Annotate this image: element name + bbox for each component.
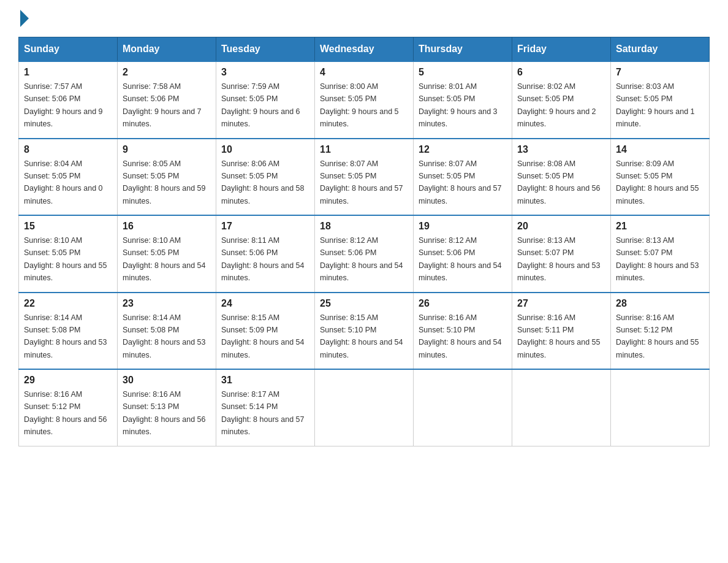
calendar-cell: 5 Sunrise: 8:01 AMSunset: 5:05 PMDayligh… [414,61,512,139]
calendar-cell: 25 Sunrise: 8:15 AMSunset: 5:10 PMDaylig… [315,293,414,370]
day-number: 29 [24,375,112,386]
day-of-week-header: Thursday [414,37,512,62]
day-info: Sunrise: 8:10 AMSunset: 5:05 PMDaylight:… [24,236,107,282]
day-number: 7 [616,67,704,78]
page-header [18,12,710,25]
calendar-cell: 11 Sunrise: 8:07 AMSunset: 5:05 PMDaylig… [315,139,414,216]
calendar-cell: 15 Sunrise: 8:10 AMSunset: 5:05 PMDaylig… [19,215,118,293]
day-info: Sunrise: 8:06 AMSunset: 5:05 PMDaylight:… [221,159,305,205]
calendar-week-row: 22 Sunrise: 8:14 AMSunset: 5:08 PMDaylig… [19,293,710,370]
calendar-cell: 21 Sunrise: 8:13 AMSunset: 5:07 PMDaylig… [611,215,710,293]
calendar-cell: 26 Sunrise: 8:16 AMSunset: 5:10 PMDaylig… [414,293,512,370]
day-info: Sunrise: 8:16 AMSunset: 5:10 PMDaylight:… [419,313,502,359]
day-info: Sunrise: 8:15 AMSunset: 5:10 PMDaylight:… [320,313,403,359]
day-number: 27 [517,298,605,309]
day-info: Sunrise: 8:13 AMSunset: 5:07 PMDaylight:… [517,236,601,282]
calendar-cell: 3 Sunrise: 7:59 AMSunset: 5:05 PMDayligh… [216,61,315,139]
calendar-cell: 10 Sunrise: 8:06 AMSunset: 5:05 PMDaylig… [216,139,315,216]
day-info: Sunrise: 8:04 AMSunset: 5:05 PMDaylight:… [24,159,103,205]
day-info: Sunrise: 7:57 AMSunset: 5:06 PMDaylight:… [24,82,103,128]
calendar-cell [512,369,611,446]
day-of-week-header: Wednesday [315,37,414,62]
day-info: Sunrise: 8:15 AMSunset: 5:09 PMDaylight:… [221,313,305,359]
day-number: 20 [517,221,605,232]
calendar-cell: 19 Sunrise: 8:12 AMSunset: 5:06 PMDaylig… [414,215,512,293]
day-info: Sunrise: 8:01 AMSunset: 5:05 PMDaylight:… [419,82,498,128]
day-number: 13 [517,144,605,155]
day-number: 30 [123,375,211,386]
calendar-cell: 7 Sunrise: 8:03 AMSunset: 5:05 PMDayligh… [611,61,710,139]
day-info: Sunrise: 8:09 AMSunset: 5:05 PMDaylight:… [616,159,699,205]
calendar-cell: 30 Sunrise: 8:16 AMSunset: 5:13 PMDaylig… [118,369,216,446]
calendar-cell [414,369,512,446]
logo-arrow-icon [20,10,29,27]
calendar-cell: 4 Sunrise: 8:00 AMSunset: 5:05 PMDayligh… [315,61,414,139]
day-info: Sunrise: 8:14 AMSunset: 5:08 PMDaylight:… [24,313,107,359]
calendar-table: SundayMondayTuesdayWednesdayThursdayFrid… [18,37,710,446]
day-number: 22 [24,298,112,309]
day-info: Sunrise: 7:59 AMSunset: 5:05 PMDaylight:… [221,82,300,128]
day-number: 2 [123,67,211,78]
day-number: 28 [616,298,704,309]
day-of-week-header: Saturday [611,37,710,62]
day-info: Sunrise: 8:10 AMSunset: 5:05 PMDaylight:… [123,236,206,282]
calendar-cell: 12 Sunrise: 8:07 AMSunset: 5:05 PMDaylig… [414,139,512,216]
day-info: Sunrise: 8:16 AMSunset: 5:11 PMDaylight:… [517,313,601,359]
calendar-cell: 29 Sunrise: 8:16 AMSunset: 5:12 PMDaylig… [19,369,118,446]
day-number: 24 [221,298,309,309]
calendar-cell: 27 Sunrise: 8:16 AMSunset: 5:11 PMDaylig… [512,293,611,370]
calendar-week-row: 8 Sunrise: 8:04 AMSunset: 5:05 PMDayligh… [19,139,710,216]
day-info: Sunrise: 8:17 AMSunset: 5:14 PMDaylight:… [221,390,305,436]
calendar-cell: 6 Sunrise: 8:02 AMSunset: 5:05 PMDayligh… [512,61,611,139]
day-info: Sunrise: 8:11 AMSunset: 5:06 PMDaylight:… [221,236,305,282]
day-of-week-header: Tuesday [216,37,315,62]
day-number: 26 [419,298,507,309]
day-of-week-header: Friday [512,37,611,62]
day-info: Sunrise: 7:58 AMSunset: 5:06 PMDaylight:… [123,82,202,128]
day-number: 19 [419,221,507,232]
calendar-cell [611,369,710,446]
day-info: Sunrise: 8:02 AMSunset: 5:05 PMDaylight:… [517,82,596,128]
calendar-cell: 17 Sunrise: 8:11 AMSunset: 5:06 PMDaylig… [216,215,315,293]
day-number: 11 [320,144,408,155]
day-of-week-header: Sunday [19,37,118,62]
day-number: 25 [320,298,408,309]
day-info: Sunrise: 8:07 AMSunset: 5:05 PMDaylight:… [320,159,403,205]
day-info: Sunrise: 8:12 AMSunset: 5:06 PMDaylight:… [419,236,502,282]
calendar-header-row: SundayMondayTuesdayWednesdayThursdayFrid… [19,37,710,62]
day-info: Sunrise: 8:16 AMSunset: 5:12 PMDaylight:… [616,313,699,359]
logo [18,12,29,25]
calendar-cell: 2 Sunrise: 7:58 AMSunset: 5:06 PMDayligh… [118,61,216,139]
day-number: 17 [221,221,309,232]
calendar-cell: 9 Sunrise: 8:05 AMSunset: 5:05 PMDayligh… [118,139,216,216]
calendar-cell: 23 Sunrise: 8:14 AMSunset: 5:08 PMDaylig… [118,293,216,370]
calendar-cell: 16 Sunrise: 8:10 AMSunset: 5:05 PMDaylig… [118,215,216,293]
day-info: Sunrise: 8:07 AMSunset: 5:05 PMDaylight:… [419,159,502,205]
day-info: Sunrise: 8:16 AMSunset: 5:12 PMDaylight:… [24,390,107,436]
calendar-cell: 28 Sunrise: 8:16 AMSunset: 5:12 PMDaylig… [611,293,710,370]
day-number: 10 [221,144,309,155]
calendar-cell: 24 Sunrise: 8:15 AMSunset: 5:09 PMDaylig… [216,293,315,370]
day-info: Sunrise: 8:03 AMSunset: 5:05 PMDaylight:… [616,82,695,128]
day-number: 5 [419,67,507,78]
day-number: 4 [320,67,408,78]
calendar-cell: 13 Sunrise: 8:08 AMSunset: 5:05 PMDaylig… [512,139,611,216]
calendar-cell: 14 Sunrise: 8:09 AMSunset: 5:05 PMDaylig… [611,139,710,216]
day-number: 6 [517,67,605,78]
day-number: 31 [221,375,309,386]
day-number: 16 [123,221,211,232]
calendar-cell: 1 Sunrise: 7:57 AMSunset: 5:06 PMDayligh… [19,61,118,139]
calendar-week-row: 29 Sunrise: 8:16 AMSunset: 5:12 PMDaylig… [19,369,710,446]
day-number: 12 [419,144,507,155]
day-number: 15 [24,221,112,232]
day-info: Sunrise: 8:05 AMSunset: 5:05 PMDaylight:… [123,159,206,205]
day-number: 3 [221,67,309,78]
day-info: Sunrise: 8:13 AMSunset: 5:07 PMDaylight:… [616,236,699,282]
day-info: Sunrise: 8:14 AMSunset: 5:08 PMDaylight:… [123,313,206,359]
day-number: 18 [320,221,408,232]
day-info: Sunrise: 8:00 AMSunset: 5:05 PMDaylight:… [320,82,399,128]
calendar-cell: 20 Sunrise: 8:13 AMSunset: 5:07 PMDaylig… [512,215,611,293]
calendar-cell: 8 Sunrise: 8:04 AMSunset: 5:05 PMDayligh… [19,139,118,216]
calendar-cell: 18 Sunrise: 8:12 AMSunset: 5:06 PMDaylig… [315,215,414,293]
day-number: 1 [24,67,112,78]
